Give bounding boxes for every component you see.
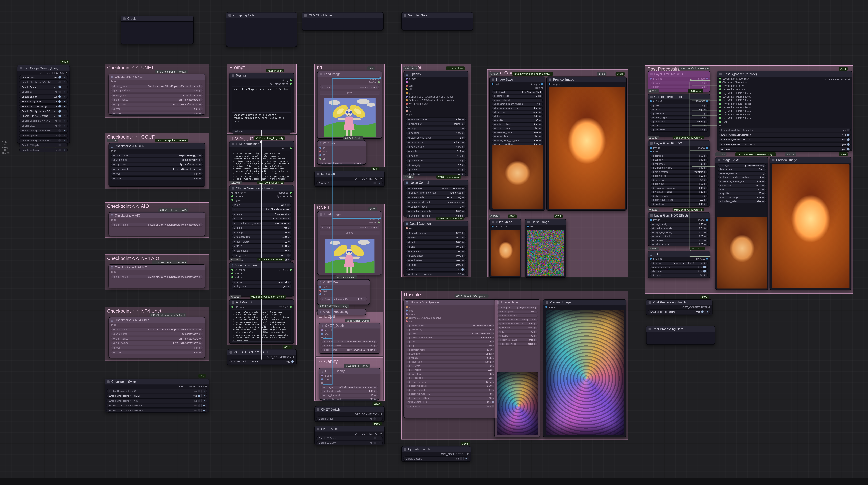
increment-arrow-icon[interactable]: ▶ <box>462 141 464 143</box>
toggle-dot-icon[interactable] <box>59 120 61 122</box>
decrement-arrow-icon[interactable]: ◀ <box>408 145 410 148</box>
toggle-dot-icon[interactable] <box>59 81 61 83</box>
increment-arrow-icon[interactable]: ▶ <box>704 82 706 84</box>
widget-row[interactable]: ◀ action append ▶ <box>231 280 291 284</box>
increment-arrow-icon[interactable]: ▶ <box>704 171 706 173</box>
input-port-row[interactable]: im1 <box>404 309 475 312</box>
widget-row[interactable]: ◀ vae_name ae.safetensors ▶ <box>111 332 203 336</box>
decrement-arrow-icon[interactable]: ◀ <box>408 361 410 363</box>
widget-row[interactable]: ◀ clip_values true ▶ <box>650 269 708 273</box>
widget-row[interactable]: ◀ tidy_tags yes ▶ <box>231 285 291 288</box>
pin-grid-icon[interactable]: ⣿ <box>321 324 323 327</box>
decrement-arrow-icon[interactable]: ◀ <box>408 154 410 157</box>
toggle-dot-icon[interactable] <box>198 395 200 397</box>
widget-row[interactable]: ◀ detail_amount 0.23 ▶ <box>406 231 466 235</box>
input-port-row[interactable]: t+ <box>109 323 181 326</box>
increment-arrow-icon[interactable]: ▶ <box>199 172 201 175</box>
pin-grid-icon[interactable]: ⣿ <box>321 370 323 372</box>
input-port-icon[interactable] <box>319 290 321 291</box>
decrement-arrow-icon[interactable]: ◀ <box>408 365 410 367</box>
input-port-row[interactable]: LayerFilter: HDR Effects <box>717 109 798 113</box>
node-cnet-canny[interactable]: ⣿CNET_Canny model cnet > ◀ lora_name flu… <box>319 368 380 400</box>
widget-row[interactable]: ◀ height 1440 ▶ <box>406 154 466 158</box>
pin-grid-icon[interactable]: ⣿ <box>320 281 322 284</box>
node-header[interactable]: ⣿Checkpoint ⇝ GGUF <box>109 143 205 149</box>
decrement-arrow-icon[interactable]: ◀ <box>408 127 410 130</box>
toggle-arrow-icon[interactable]: ➜ <box>62 119 67 122</box>
node-vae-decode-switch[interactable]: VAE DECODE SWITCH OPT_CONNECTION Enable … <box>227 349 297 365</box>
widget-row[interactable]: ◀ start_offset 0.00 ▶ <box>406 254 466 258</box>
node-header[interactable]: Post Processing Switch <box>646 299 712 305</box>
node-header[interactable]: ⣿Detail Daemon <box>404 221 468 226</box>
node-header[interactable]: ⣿Options <box>404 71 468 77</box>
decrement-arrow-icon[interactable]: ◀ <box>408 150 410 152</box>
input-port-row[interactable]: LayerFilter: HDR Effects <box>717 95 798 98</box>
decrement-arrow-icon[interactable]: ◀ <box>408 333 410 335</box>
node-cnet-select[interactable]: CNET Select OPT_CONNECTION Enable ☲ Dept… <box>314 426 385 445</box>
decrement-arrow-icon[interactable]: ◀ <box>408 348 410 351</box>
increment-arrow-icon[interactable]: ▶ <box>704 183 706 185</box>
decrement-arrow-icon[interactable]: ◀ <box>652 171 654 173</box>
node-layerfilter-film-v2[interactable]: LayerFilter: Film V2 image cm1 image ◀ c… <box>648 140 710 207</box>
decrement-arrow-icon[interactable]: ◀ <box>652 227 654 229</box>
widget-toggle-dot[interactable] <box>287 204 289 206</box>
decrement-arrow-icon[interactable]: ◀ <box>113 168 115 170</box>
output-port-icon[interactable] <box>290 147 292 149</box>
widget-row[interactable]: ◀ start 0.20 ▶ <box>406 235 466 239</box>
increment-arrow-icon[interactable]: ▶ <box>462 137 464 139</box>
collapse-icon[interactable] <box>229 351 232 353</box>
decrement-arrow-icon[interactable]: ◀ <box>499 322 501 325</box>
widget-row[interactable]: ◀ filmgrainer_shadows 0.60 ▶ <box>650 186 708 190</box>
input-port-icon[interactable] <box>719 114 721 115</box>
input-port-icon[interactable] <box>319 147 321 149</box>
output-port-icon[interactable] <box>205 386 207 387</box>
input-port-icon[interactable] <box>319 158 321 160</box>
decrement-arrow-icon[interactable]: ◀ <box>113 346 115 349</box>
widget-row[interactable]: ◀ mode_type Linear ▶ <box>406 360 496 364</box>
opt-connection-output[interactable]: OPT_CONNECTION <box>646 305 712 309</box>
increment-arrow-icon[interactable]: ▶ <box>704 109 706 111</box>
widget-row[interactable]: ◀ force_uniform_tiles true ▶ <box>406 400 496 404</box>
decrement-arrow-icon[interactable]: ◀ <box>652 203 654 205</box>
decrement-arrow-icon[interactable]: ◀ <box>720 192 721 195</box>
increment-arrow-icon[interactable]: ▶ <box>462 273 464 275</box>
toggle-row[interactable]: Enable LayerFilter: HDR Effects yes ➜ <box>719 142 850 147</box>
decrement-arrow-icon[interactable]: ◀ <box>408 159 410 162</box>
node-header[interactable]: VAE DECODE SWITCH <box>227 349 297 355</box>
collapse-icon[interactable] <box>123 17 126 20</box>
note-node-sampler[interactable]: Sampler Note <box>401 12 473 31</box>
increment-arrow-icon[interactable]: ▶ <box>288 259 289 261</box>
widget-row[interactable]: ◀ low_threshold 100 ▶ <box>321 394 378 397</box>
upload-button[interactable]: upload <box>320 90 379 95</box>
output-port-icon[interactable] <box>381 178 382 179</box>
decrement-arrow-icon[interactable]: ◀ <box>652 86 654 88</box>
increment-arrow-icon[interactable]: ▶ <box>539 115 541 117</box>
increment-arrow-icon[interactable]: ▶ <box>462 255 464 257</box>
node-checkpoint-unet[interactable]: ⣿Checkpoint ⇝ UNET t+ ◀ unet_name Stable… <box>108 74 205 115</box>
node-cnet-depth[interactable]: ⣿CNET_Depth model cnet > ◀ lora_name flu… <box>319 322 380 353</box>
collapse-icon[interactable] <box>404 448 406 451</box>
input-port-icon[interactable] <box>319 154 321 156</box>
widget-row[interactable]: ◀ method edge ▶ <box>650 108 708 112</box>
input-port-row[interactable]: LayerFilter: HDR Effects <box>717 113 798 117</box>
decrement-arrow-icon[interactable]: ◀ <box>323 394 325 397</box>
input-port-row[interactable]: cnet <box>319 377 365 381</box>
decrement-arrow-icon[interactable]: ◀ <box>720 184 721 187</box>
widget-row[interactable]: ◀ sampler_name euler ▶ <box>406 117 466 121</box>
widget-row[interactable]: ◀ weight_dtype default ▶ <box>111 89 203 92</box>
increment-arrow-icon[interactable]: ▶ <box>534 335 536 337</box>
decrement-arrow-icon[interactable]: ◀ <box>652 243 654 246</box>
increment-arrow-icon[interactable]: ▶ <box>762 200 764 203</box>
decrement-arrow-icon[interactable]: ◀ <box>113 112 115 115</box>
input-port-row[interactable]: vae <box>317 150 353 153</box>
increment-arrow-icon[interactable]: ▶ <box>199 85 201 87</box>
node-detail-daemon[interactable]: ⣿Detail Daemon so ◀ detail_amount 0.23 ▶… <box>403 221 468 276</box>
widget-row[interactable]: ◀ exponent 1.00 ▶ <box>406 249 466 253</box>
node-header[interactable]: ⣿Checkpoint ⇝ NF4 Unet <box>109 317 205 323</box>
toggle-arrow-icon[interactable]: ➜ <box>377 182 382 184</box>
input-port-row[interactable]: LayerFilter: MotionBlur <box>717 77 798 80</box>
increment-arrow-icon[interactable]: ▶ <box>762 192 764 195</box>
decrement-arrow-icon[interactable]: ◀ <box>323 386 325 388</box>
output-port-icon[interactable] <box>290 195 292 197</box>
opt-connection-output[interactable]: OPT_CONNECTION <box>794 77 852 81</box>
